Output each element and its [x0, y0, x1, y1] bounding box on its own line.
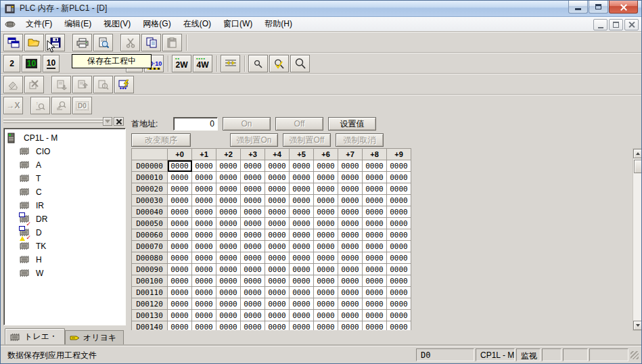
save-button[interactable]: [45, 34, 65, 51]
memory-cell[interactable]: 0000: [338, 160, 363, 172]
memory-cell[interactable]: 0000: [363, 183, 387, 195]
memory-cell[interactable]: 0000: [338, 321, 363, 331]
pane-dropdown-button[interactable]: [103, 117, 112, 126]
memory-cell[interactable]: 0000: [216, 229, 241, 241]
memory-cell[interactable]: 0000: [265, 229, 290, 241]
memory-cell[interactable]: 0000: [216, 206, 241, 218]
memory-cell[interactable]: 0000: [290, 172, 314, 183]
memory-cell[interactable]: 0000: [387, 264, 411, 275]
memory-cell[interactable]: 0000: [192, 321, 216, 331]
memory-cell[interactable]: 0000: [168, 195, 192, 206]
zoom-in-button[interactable]: [290, 55, 310, 72]
memory-cell-selected[interactable]: 0000: [168, 160, 192, 172]
memory-cell[interactable]: 0000: [387, 160, 411, 172]
memory-cell[interactable]: 0000: [338, 252, 363, 264]
memory-cell[interactable]: 0000: [192, 298, 216, 310]
memory-cell[interactable]: 0000: [387, 218, 411, 229]
memory-cell[interactable]: 0000: [290, 252, 314, 264]
memory-cell[interactable]: 0000: [387, 241, 411, 252]
tree-item-t[interactable]: T: [7, 172, 125, 185]
memory-cell[interactable]: 0000: [216, 310, 241, 321]
memory-cell[interactable]: 0000: [241, 218, 265, 229]
button-强制置off[interactable]: 强制置Off: [283, 133, 331, 147]
memory-cell[interactable]: 0000: [192, 195, 216, 206]
memory-cell[interactable]: 0000: [216, 195, 241, 206]
memory-cell[interactable]: 0000: [216, 264, 241, 275]
menu-item-5[interactable]: 在线(O): [177, 16, 217, 32]
memory-cell[interactable]: 0000: [338, 183, 363, 195]
memory-cell[interactable]: 0000: [387, 287, 411, 298]
memory-cell[interactable]: 0000: [241, 310, 265, 321]
clear-range-button[interactable]: [24, 76, 44, 93]
menu-item-7[interactable]: 帮助(H): [258, 16, 298, 32]
memory-cell[interactable]: 0000: [387, 172, 411, 183]
memory-cell[interactable]: 0000: [192, 252, 216, 264]
button-设置值[interactable]: 设置值: [328, 117, 376, 131]
memory-cell[interactable]: 0000: [216, 321, 241, 331]
decimal-format-button[interactable]: 10: [43, 55, 60, 72]
memory-cell[interactable]: 0000: [192, 218, 216, 229]
memory-cell[interactable]: 0000: [314, 229, 338, 241]
memory-cell[interactable]: 0000: [290, 206, 314, 218]
watch-d0-button[interactable]: D0: [72, 97, 92, 114]
fill-range-button[interactable]: [3, 76, 23, 93]
memory-cell[interactable]: 0000: [241, 264, 265, 275]
scroll-down-button[interactable]: [633, 321, 642, 330]
menu-item-2[interactable]: 编辑(E): [58, 16, 97, 32]
tree-item-a[interactable]: A: [7, 158, 125, 172]
memory-cell[interactable]: 0000: [363, 252, 387, 264]
tree-item-c[interactable]: C: [7, 185, 125, 199]
memory-cell[interactable]: 0000: [192, 160, 216, 172]
memory-cell[interactable]: 0000: [168, 287, 192, 298]
zoom-out-button[interactable]: [248, 55, 268, 72]
menu-item-4[interactable]: 网格(G): [137, 16, 177, 32]
menu-item-6[interactable]: 窗口(W): [217, 16, 258, 32]
memory-cell[interactable]: 0000: [290, 321, 314, 331]
title-bar[interactable]: PLC 内存 - 新PLC1 - [D]: [1, 1, 641, 17]
mdi-minimize-button[interactable]: [593, 19, 607, 30]
memory-cell[interactable]: 0000: [338, 241, 363, 252]
scrollbar-thumb[interactable]: [634, 160, 642, 173]
memory-cell[interactable]: 0000: [314, 275, 338, 287]
memory-cell[interactable]: 0000: [216, 218, 241, 229]
memory-cell[interactable]: 0000: [265, 241, 290, 252]
memory-cell[interactable]: 0000: [265, 287, 290, 298]
binary-format-button[interactable]: 2: [3, 55, 20, 72]
memory-cell[interactable]: 0000: [192, 275, 216, 287]
tree-item-ir[interactable]: IR: [7, 199, 125, 212]
tree-item-w[interactable]: W: [7, 267, 125, 280]
memory-cell[interactable]: 0000: [290, 298, 314, 310]
memory-cell[interactable]: 0000: [314, 298, 338, 310]
column-width-button[interactable]: [221, 55, 240, 72]
memory-cell[interactable]: 0000: [363, 172, 387, 183]
tree-root-plc[interactable]: CP1L - M: [7, 131, 125, 145]
memory-cell[interactable]: 0000: [168, 172, 192, 183]
memory-cell[interactable]: 0000: [338, 275, 363, 287]
memory-cell[interactable]: 0000: [192, 172, 216, 183]
memory-cell[interactable]: 0000: [290, 287, 314, 298]
tab-2[interactable]: オリヨキ: [65, 330, 124, 344]
four-word-button[interactable]: ▪▪▪▪4W: [193, 55, 212, 72]
binary-display-button[interactable]: 10: [22, 55, 41, 72]
memory-cell[interactable]: 0000: [265, 321, 290, 331]
memory-cell[interactable]: 0000: [338, 310, 363, 321]
memory-cell[interactable]: 0000: [387, 321, 411, 331]
memory-cell[interactable]: 0000: [241, 195, 265, 206]
memory-cell[interactable]: 0000: [168, 298, 192, 310]
button-on[interactable]: On: [223, 117, 271, 131]
tab-1[interactable]: トレエ・: [5, 328, 65, 344]
menu-item-3[interactable]: 视图(V): [97, 16, 137, 32]
paste-button[interactable]: [162, 34, 182, 51]
tree-item-cio[interactable]: CIO: [7, 145, 125, 158]
memory-cell[interactable]: 0000: [216, 172, 241, 183]
memory-cell[interactable]: 0000: [314, 252, 338, 264]
button-off[interactable]: Off: [275, 117, 323, 131]
memory-cell[interactable]: 0000: [265, 172, 290, 183]
open-button[interactable]: [24, 34, 44, 51]
compare-with-plc-button[interactable]: [93, 76, 113, 93]
memory-cell[interactable]: 0000: [241, 298, 265, 310]
button-强制置on[interactable]: 强制置On: [230, 133, 278, 147]
memory-cell[interactable]: 0000: [338, 298, 363, 310]
memory-cell[interactable]: 0000: [363, 321, 387, 331]
memory-cell[interactable]: 0000: [168, 229, 192, 241]
